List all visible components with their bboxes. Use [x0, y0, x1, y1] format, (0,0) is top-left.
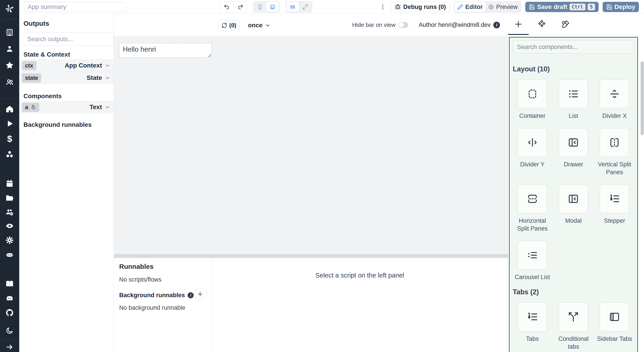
component-card-divider-x[interactable]: Divider X [595, 80, 634, 120]
calendar-icon[interactable] [4, 178, 15, 189]
github-icon[interactable] [4, 307, 15, 318]
scrollbar-thumb[interactable] [641, 61, 644, 135]
tab-preview[interactable]: Preview [486, 2, 520, 12]
search-components-input[interactable] [513, 40, 634, 54]
building-icon[interactable] [4, 27, 15, 38]
chevron-down-icon[interactable] [105, 62, 110, 68]
horizontal-split-icon[interactable] [518, 184, 547, 213]
star-icon[interactable] [4, 60, 15, 71]
component-card-drawer[interactable]: Drawer [554, 128, 593, 176]
divider-x-icon[interactable] [600, 80, 629, 108]
play-icon[interactable] [4, 118, 15, 129]
component-card-sidebar-tabs[interactable]: Sidebar Tabs [595, 302, 634, 351]
component-card-conditional-tabs[interactable]: Conditional tabs [554, 302, 593, 351]
component-sections: Layout (10)ContainerListDivider XDivider… [513, 65, 634, 352]
debug-runs-label: Debug runs (0) [403, 4, 446, 10]
undo-icon [224, 4, 230, 10]
resize-handle[interactable] [208, 54, 211, 56]
users-icon[interactable] [4, 77, 15, 88]
users-gear-icon[interactable] [4, 207, 15, 217]
mobile-view-button[interactable] [254, 2, 266, 12]
text-component-a[interactable]: Hello henri [119, 43, 212, 58]
component-card-carousel-list[interactable]: Carousel List [513, 241, 552, 281]
tabs-icon[interactable] [518, 302, 547, 332]
state-badge: state [22, 73, 41, 82]
arrow-right-icon[interactable] [4, 342, 15, 352]
eye-icon[interactable] [4, 220, 15, 231]
background-runnables-label: Background runnables [119, 292, 185, 299]
desktop-view-button[interactable] [266, 2, 279, 12]
component-label: Divider X [602, 112, 627, 120]
home-icon[interactable] [4, 104, 15, 114]
gear-icon[interactable] [4, 235, 15, 246]
background-runnables-heading: Background runnables [24, 121, 92, 128]
component-card-modal[interactable]: Modal [554, 184, 593, 232]
state-type-label: State [87, 74, 102, 82]
conditional-tabs-icon[interactable] [558, 302, 588, 332]
output-row-ctx[interactable]: ctx App Context [19, 60, 114, 72]
select-script-hint: Select a script on the left panel [212, 272, 508, 279]
tab-insert-component[interactable] [508, 14, 528, 34]
component-label: Modal [565, 217, 582, 225]
undo-button[interactable] [220, 2, 234, 12]
center-canvas-button[interactable] [286, 2, 299, 12]
moon-icon[interactable] [4, 325, 15, 336]
info-icon[interactable]: i [188, 292, 194, 298]
component-card-list[interactable]: List [554, 80, 593, 120]
plus-icon [197, 291, 204, 298]
component-card-stepper[interactable]: Stepper [595, 184, 634, 232]
redo-button[interactable] [234, 2, 247, 12]
drawer-icon[interactable] [558, 128, 588, 157]
component-card-divider-y[interactable]: Divider Y [513, 128, 552, 176]
component-card-tabs[interactable]: Tabs [513, 302, 552, 351]
more-menu-button[interactable] [379, 2, 387, 12]
component-card-horizontal-split-panes[interactable]: Horizontal Split Panes [513, 184, 552, 232]
modal-icon[interactable] [558, 184, 588, 213]
tab-component-settings[interactable] [532, 14, 552, 34]
deploy-button[interactable]: Deploy [603, 2, 639, 12]
state-context-heading: State & Context [24, 51, 70, 58]
boxes-icon[interactable] [4, 149, 15, 160]
folder-icon[interactable] [4, 192, 15, 203]
save-draft-button[interactable]: Save draft Ctrl S [525, 2, 598, 12]
window-scrollbar[interactable] [640, 14, 644, 352]
discord-icon[interactable] [4, 293, 15, 304]
hide-bar-toggle[interactable] [398, 22, 408, 28]
dollar-icon[interactable]: $ [4, 134, 15, 144]
component-card-vertical-split-panes[interactable]: Vertical Split Panes [595, 128, 634, 176]
panel-resize-bar[interactable] [114, 254, 508, 258]
refresh-button[interactable]: (0) [218, 20, 240, 31]
vertical-split-icon[interactable] [600, 128, 629, 157]
search-outputs-input[interactable] [24, 33, 113, 46]
app-summary-input[interactable] [24, 2, 126, 12]
robot-icon[interactable] [4, 249, 15, 260]
tab-styling[interactable] [555, 14, 576, 34]
section-title-layout-10-: Layout (10) [513, 65, 634, 73]
debug-runs-button[interactable]: Debug runs (0) [391, 2, 450, 12]
canvas-grid-area[interactable]: Hello henri [114, 36, 508, 254]
chevron-down-icon [265, 22, 270, 28]
sidebar-tabs-icon[interactable] [600, 302, 629, 332]
book-icon[interactable] [4, 278, 15, 289]
schedule-value: once [248, 22, 262, 29]
schedule-dropdown[interactable]: once [248, 20, 270, 31]
fullwidth-canvas-button[interactable] [299, 2, 312, 12]
info-icon[interactable]: i [493, 22, 500, 28]
output-row-state[interactable]: state State [19, 72, 114, 84]
output-row-component-a[interactable]: a Text [19, 101, 114, 113]
tab-editor[interactable]: Editor [454, 2, 486, 12]
kbd-s: S [588, 4, 595, 10]
list-icon[interactable] [558, 80, 588, 108]
component-card-container[interactable]: Container [513, 80, 552, 120]
app-canvas-region: (0) once Hide bar on view Author henri@w… [114, 14, 508, 352]
user-icon[interactable] [4, 44, 15, 54]
container-icon[interactable] [518, 80, 547, 108]
divider-y-icon[interactable] [518, 128, 547, 157]
stepper-icon[interactable] [600, 184, 629, 213]
chevron-down-icon[interactable] [105, 75, 110, 81]
windmill-logo[interactable] [4, 3, 15, 14]
add-background-runnable-button[interactable] [194, 288, 206, 300]
carousel-list-icon[interactable] [518, 241, 547, 270]
chevron-down-icon[interactable] [105, 104, 110, 110]
pencil-icon [457, 4, 463, 10]
